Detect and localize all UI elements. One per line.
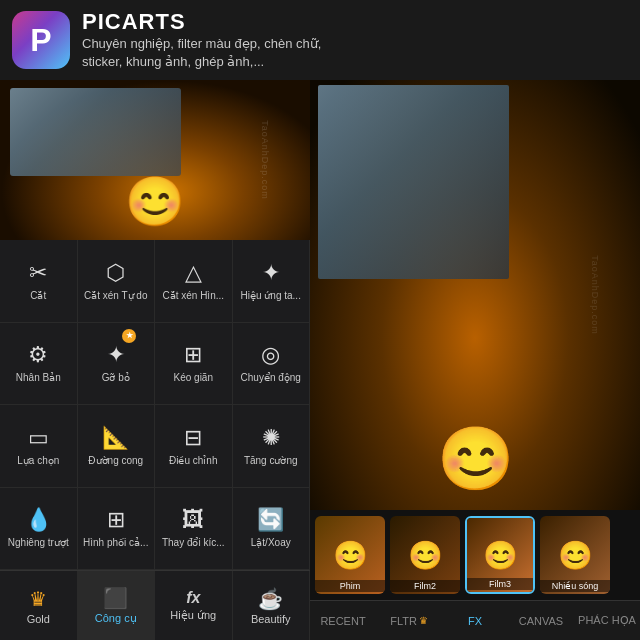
filter-nhieusong-label: Nhiều sóng [540,580,610,592]
tool-remove[interactable]: ★ ✦ Gỡ bỏ [78,323,156,406]
tool-effect-label: Hiệu ứng ta... [241,290,301,302]
tool-curve[interactable]: 📐 Đường cong [78,405,156,488]
tool-effect[interactable]: ✦ Hiệu ứng ta... [233,240,311,323]
tab-canvas-label: CANVAS [519,615,563,627]
curve-icon: 📐 [102,425,129,451]
effects-icon: fx [186,589,200,607]
tab-fltr-label: FLTR [390,615,417,627]
tool-flip[interactable]: 🔄 Lật/Xoay [233,488,311,571]
filter-film3[interactable]: 😊 Film3 [465,516,535,594]
tool-tilt-label: Nghiêng trượt [8,537,69,549]
freecut-icon: ⬡ [106,260,125,286]
app-description: Chuyên nghiệp, filter màu đẹp, chèn chữ,… [82,35,321,71]
tab-crown-icon: ♛ [419,615,428,626]
tool-clone-label: Nhân Bản [16,372,61,384]
nav-gold-label: Gold [27,613,50,625]
tab-canvas[interactable]: CANVAS [508,601,574,640]
tool-adjust-label: Điều chỉnh [169,455,217,467]
app-title: PICARTS [82,9,321,35]
filter-phim[interactable]: 😊 Phim [315,516,385,594]
tool-stretch[interactable]: ⊞ Kéo giãn [155,323,233,406]
tool-enhance-label: Tăng cường [244,455,298,467]
tool-motion-label: Chuyển động [241,372,301,384]
nav-beautify[interactable]: ☕ Beautify [233,571,311,640]
tool-adjust[interactable]: ⊟ Điều chỉnh [155,405,233,488]
tab-phachoa[interactable]: PHÁC HỌA [574,601,640,640]
right-panel: 😊 TaoAnhDep.com 😊 Phim 😊 Film2 😊 Film3 T… [310,80,640,640]
tool-resize-label: Thay đổi kíc... [162,537,225,549]
tool-shapecut-label: Cắt xén Hìn... [162,290,224,302]
watermark-left: TaoAnhDep.com [260,120,270,200]
tool-curve-label: Đường cong [88,455,143,467]
tool-clone[interactable]: ⚙ Nhân Bản [0,323,78,406]
stretch-icon: ⊞ [184,342,202,368]
tool-freecut-label: Cắt xén Tự do [84,290,148,302]
effect-icon: ✦ [262,260,280,286]
tool-remove-label: Gỡ bỏ [102,372,130,384]
blend-icon: ⊞ [107,507,125,533]
tool-stretch-label: Kéo giãn [174,372,213,384]
main-content: 😊 TaoAnhDep.com ✂ Cắt ⬡ Cắt xén Tự do △ … [0,80,640,640]
bottom-nav-left: ♛ Gold ⬛ Công cụ fx Hiệu ứng ☕ Beautify [0,570,310,640]
tool-freecut[interactable]: ⬡ Cắt xén Tự do [78,240,156,323]
filter-phim-label: Phim [315,580,385,592]
left-emoji: 😊 [125,174,185,230]
filter-strip: 😊 Phim 😊 Film2 😊 Film3 Try 😊 Nhiều sóng [310,510,640,600]
nav-gold[interactable]: ♛ Gold [0,571,78,640]
tab-recent-label: RECENT [320,615,365,627]
tool-select[interactable]: ▭ Lựa chọn [0,405,78,488]
clone-icon: ⚙ [28,342,48,368]
tools-icon: ⬛ [103,586,128,610]
tool-badge: ★ [122,329,136,343]
filter-film2[interactable]: 😊 Film2 [390,516,460,594]
app-icon: P [12,11,70,69]
resize-icon: 🖼 [182,507,204,533]
nav-tools-label: Công cụ [95,612,137,625]
tool-select-label: Lựa chọn [17,455,59,467]
tab-phachoa-label: PHÁC HỌA [578,614,636,627]
shapecut-icon: △ [185,260,202,286]
tool-blend-label: Hình phối cả... [83,537,148,549]
tool-tilt[interactable]: 💧 Nghiêng trượt [0,488,78,571]
tab-fx-label: FX [468,615,482,627]
left-photo: 😊 TaoAnhDep.com [0,80,310,240]
tool-motion[interactable]: ◎ Chuyển động [233,323,311,406]
tab-fx[interactable]: FX [442,601,508,640]
nav-tools[interactable]: ⬛ Công cụ [78,571,156,640]
tool-cut[interactable]: ✂ Cắt [0,240,78,323]
filter-nhieusong[interactable]: Try 😊 Nhiều sóng [540,516,610,594]
right-emoji: 😊 [437,423,514,495]
tool-enhance[interactable]: ✺ Tăng cường [233,405,311,488]
watermark-right: TaoAnhDep.com [590,255,600,335]
nav-effects-label: Hiệu ứng [170,609,216,622]
beautify-icon: ☕ [258,587,283,611]
tool-cut-label: Cắt [30,290,46,302]
tool-shapecut[interactable]: △ Cắt xén Hìn... [155,240,233,323]
right-screen [318,85,509,279]
motion-icon: ◎ [261,342,280,368]
right-photo: 😊 TaoAnhDep.com [310,80,640,510]
remove-icon: ✦ [107,342,125,368]
app-banner: P PICARTS Chuyên nghiệp, filter màu đẹp,… [0,0,640,80]
filter-film2-label: Film2 [390,580,460,592]
tool-grid: ✂ Cắt ⬡ Cắt xén Tự do △ Cắt xén Hìn... ✦… [0,240,310,570]
select-icon: ▭ [28,425,49,451]
flip-icon: 🔄 [257,507,284,533]
filter-film3-label: Film3 [467,578,533,590]
left-panel: 😊 TaoAnhDep.com ✂ Cắt ⬡ Cắt xén Tự do △ … [0,80,310,640]
adjust-icon: ⊟ [184,425,202,451]
tool-resize[interactable]: 🖼 Thay đổi kíc... [155,488,233,571]
tilt-icon: 💧 [25,507,52,533]
crown-icon: ♛ [29,587,47,611]
nav-effects[interactable]: fx Hiệu ứng [155,571,233,640]
tool-flip-label: Lật/Xoay [251,537,291,549]
app-info: PICARTS Chuyên nghiệp, filter màu đẹp, c… [82,9,321,71]
cut-icon: ✂ [29,260,47,286]
enhance-icon: ✺ [262,425,280,451]
bottom-tab-bar: RECENT FLTR ♛ FX CANVAS PHÁC HỌA [310,600,640,640]
tab-fltr[interactable]: FLTR ♛ [376,601,442,640]
nav-beautify-label: Beautify [251,613,291,625]
tab-recent[interactable]: RECENT [310,601,376,640]
tool-blend[interactable]: ⊞ Hình phối cả... [78,488,156,571]
